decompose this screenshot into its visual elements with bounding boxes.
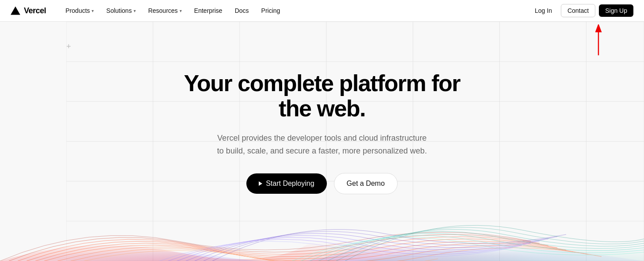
nav-products-label: Products <box>65 7 90 14</box>
chevron-down-icon: ▾ <box>92 8 94 13</box>
get-demo-button[interactable]: Get a Demo <box>334 173 398 194</box>
nav-solutions[interactable]: Solutions ▾ <box>101 4 141 17</box>
hero-section: Your complete platform for the web. Verc… <box>0 22 644 261</box>
logo-text: Vercel <box>24 6 46 15</box>
contact-button[interactable]: Contact <box>561 4 595 17</box>
hero-title: Your complete platform for the web. <box>167 71 477 121</box>
nav-links: Products ▾ Solutions ▾ Resources ▾ Enter… <box>60 4 529 17</box>
deploy-button-label: Start Deploying <box>266 180 314 188</box>
nav-enterprise-label: Enterprise <box>194 7 222 14</box>
signup-button[interactable]: Sign Up <box>599 4 633 17</box>
nav-docs[interactable]: Docs <box>230 4 254 17</box>
hero-subtitle: Vercel provides the developer tools and … <box>217 132 427 157</box>
nav-solutions-label: Solutions <box>106 7 132 14</box>
nav-products[interactable]: Products ▾ <box>60 4 99 17</box>
nav-enterprise[interactable]: Enterprise <box>189 4 228 17</box>
start-deploying-button[interactable]: Start Deploying <box>246 173 326 194</box>
main-content: + Your complete platform for the web. Ve… <box>0 0 644 261</box>
chevron-down-icon: ▾ <box>134 8 136 13</box>
login-button[interactable]: Log In <box>529 4 557 17</box>
vercel-logo-icon <box>11 6 20 15</box>
hero-buttons: Start Deploying Get a Demo <box>246 173 398 194</box>
deploy-triangle-icon <box>259 181 262 186</box>
nav-resources[interactable]: Resources ▾ <box>143 4 187 17</box>
nav-pricing[interactable]: Pricing <box>256 4 286 17</box>
nav-right: Log In Contact Sign Up <box>529 4 633 17</box>
nav-docs-label: Docs <box>235 7 249 14</box>
logo[interactable]: Vercel <box>11 6 46 15</box>
navbar: Vercel Products ▾ Solutions ▾ Resources … <box>0 0 644 22</box>
annotation-arrow <box>594 24 603 61</box>
hero-subtitle-line2: to build, scale, and secure a faster, mo… <box>217 146 427 155</box>
nav-pricing-label: Pricing <box>261 7 280 14</box>
hero-subtitle-line1: Vercel provides the developer tools and … <box>217 134 426 142</box>
nav-resources-label: Resources <box>148 7 178 14</box>
chevron-down-icon: ▾ <box>180 8 182 13</box>
